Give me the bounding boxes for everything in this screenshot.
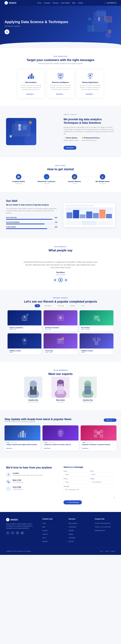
service-card-1-link[interactable]: Read More	[56, 93, 65, 95]
svg-rect-37	[23, 129, 27, 129]
nav-blog[interactable]: Blog	[72, 2, 75, 4]
nav-company[interactable]: Company	[44, 2, 50, 4]
story-step-2: 💰 Investors Markers Funded	[61, 174, 88, 184]
nav-casestudies[interactable]: Case Studies	[61, 2, 70, 4]
svg-line-69	[94, 341, 96, 342]
hero-play-button[interactable]: ▶	[5, 30, 9, 34]
work-item-2[interactable]: 📁 File Transfers System · Storage	[80, 310, 113, 331]
footer-contact-list: 32 Main Centre New York Contact: +44 123…	[95, 522, 115, 532]
service-card-2-link[interactable]: Read More	[86, 93, 94, 95]
svg-rect-76	[32, 386, 34, 390]
service-card-1[interactable]: Business Intelligence Prometers accumsan…	[47, 69, 74, 98]
news-view-all-button[interactable]: VIEW ALL →	[104, 418, 116, 422]
location-icon: 📍	[6, 472, 11, 477]
team-card-1[interactable]: Moira Anton Tech Auditor	[48, 376, 73, 402]
footer-contact-2[interactable]: info@anada.com	[95, 530, 105, 531]
footer-privacy[interactable]: Privacy	[105, 550, 109, 552]
social-twitter[interactable]: t	[11, 531, 15, 535]
work-title-2: File Transfers	[81, 327, 112, 328]
service-card-0[interactable]: Data Analytics Prometers accumsan ac ven…	[17, 69, 45, 98]
message-textarea[interactable]	[64, 488, 115, 498]
send-button[interactable]: ✈ Send Message	[64, 500, 82, 504]
social-facebook[interactable]: f	[6, 531, 10, 535]
footer-service-3[interactable]: Tableau	[68, 534, 73, 535]
work-item-4[interactable]: Invoice data Invoice · Data	[44, 334, 77, 354]
news-card-0[interactable]: R Data Nov 11 2020 Analysis rendered ont…	[5, 426, 40, 451]
filter-presentation[interactable]: Presentation	[42, 304, 54, 307]
footer-bottom: CopyRight © 2020 Company Info for copyri…	[6, 548, 115, 552]
dash-bar-2	[73, 210, 79, 218]
avatar-1[interactable]: 👤	[58, 278, 63, 282]
footer-service-0[interactable]: Data Analytics	[68, 522, 77, 524]
skill-bar-0: DATA ANALYSIS 90%	[6, 217, 57, 220]
form-row-2: Phone Subject	[64, 478, 115, 484]
svg-text:💡: 💡	[30, 122, 32, 124]
news-card-1[interactable]: R Data Nov 11 2020 Lacked am so before a…	[43, 426, 78, 451]
news-read-more-0[interactable]: Read More	[6, 448, 14, 449]
form-row-1: Name Email	[64, 470, 115, 476]
avatar-2[interactable]: 👤	[64, 278, 68, 282]
contact-title: We'd love to hear from you anytime	[6, 466, 57, 469]
skill-0-fill	[6, 219, 52, 220]
skill-1-fill	[6, 224, 45, 224]
footer-link-terms[interactable]: Terms	[42, 537, 46, 538]
dash-bar-6	[99, 210, 105, 218]
svg-text:📊: 📊	[10, 135, 12, 137]
svg-rect-53	[95, 318, 98, 319]
footer-service-5[interactable]: Big Data	[68, 541, 74, 542]
contact-right: Send us a message Name Email Phone Subje…	[64, 466, 115, 504]
phone-input[interactable]	[64, 480, 88, 484]
filter-branding[interactable]: Branding	[68, 304, 77, 307]
work-item-5[interactable]: ChatBots Creation Chatbot	[80, 334, 113, 354]
footer-service-4[interactable]: Automation	[68, 537, 75, 538]
news-read-more-1[interactable]: Read More	[44, 448, 52, 449]
work-item-1[interactable]: Workload Automation Tools · Data	[44, 310, 77, 331]
footer-bottom-links: Terms Privacy Support	[100, 550, 115, 552]
social-linkedin[interactable]: in	[16, 531, 19, 535]
footer-service-2[interactable]: PowerBI	[68, 530, 74, 531]
nav-contact[interactable]: Contact	[78, 2, 83, 4]
nav-brand[interactable]: A ANADA	[5, 1, 17, 4]
contact-email-label: Send A Mail	[13, 486, 23, 488]
nav-services[interactable]: Services	[53, 2, 58, 4]
footer-link-blog[interactable]: Blog	[42, 526, 45, 528]
team-role-2: Regional Manager	[76, 401, 100, 402]
svg-point-9	[98, 17, 100, 19]
footer-link-about[interactable]: About Us	[42, 534, 48, 535]
story-step-0: 🏢 Company Started Established	[5, 174, 33, 184]
email-input[interactable]	[90, 472, 115, 476]
filter-all[interactable]: All	[35, 304, 40, 307]
footer-link-home[interactable]: Home	[42, 522, 46, 524]
team-card-2[interactable]: Jonathon Dan Regional Manager	[76, 376, 100, 402]
social-googleplus[interactable]: g+	[21, 531, 24, 535]
news-card-2[interactable]: R Data Nov 11 2020 Repeated of endeavor …	[81, 426, 116, 451]
footer-contact-1[interactable]: Contact: +44 123 456 789	[95, 526, 110, 528]
svg-point-57	[24, 340, 25, 341]
filter-processing[interactable]: Processing	[55, 304, 66, 307]
footer-service-1[interactable]: Presentation	[68, 526, 76, 528]
footer-contact-0[interactable]: 32 Main Centre New York	[95, 522, 110, 524]
service-card-2[interactable]: R Startup Applications Prometers accumsa…	[76, 69, 104, 98]
nav-home[interactable]: Home	[37, 2, 41, 4]
footer-link-bigdata[interactable]: Big Data	[42, 541, 48, 542]
footer-link-services[interactable]: Services	[42, 530, 48, 531]
news-read-more-2[interactable]: Read More	[82, 448, 90, 449]
filter-portal[interactable]: Portal	[79, 304, 86, 307]
subject-input[interactable]	[90, 480, 115, 484]
contact-email-value: info@anada.com	[13, 488, 23, 490]
about-cta-button[interactable]: Know More	[64, 146, 76, 150]
service-card-0-link[interactable]: Read More	[27, 93, 35, 95]
footer-terms[interactable]: Terms	[100, 550, 103, 552]
hero-title: Applying Data Science & Techniques	[5, 20, 116, 24]
footer-support[interactable]: Support	[111, 550, 115, 552]
team-card-0[interactable]: Jonathon Dan Regional Manager	[21, 376, 45, 402]
avatar-0[interactable]: 👤	[53, 278, 57, 282]
service-card-1-desc: Prometers accumsan ac venenatis laporeet…	[49, 84, 72, 91]
work-item-3[interactable]: ChatBots Creation Chatbot	[8, 334, 41, 354]
name-input[interactable]	[64, 472, 88, 476]
dash-mini-1	[65, 221, 81, 225]
news-body-0: R Data Nov 11 2020 Analysis rendered ont…	[5, 440, 40, 451]
service-card-0-title: Data Analytics	[20, 82, 42, 83]
work-item-0[interactable]: Analysis Competitors Analysis · Data	[8, 310, 41, 331]
form-group-phone: Phone	[64, 478, 88, 484]
